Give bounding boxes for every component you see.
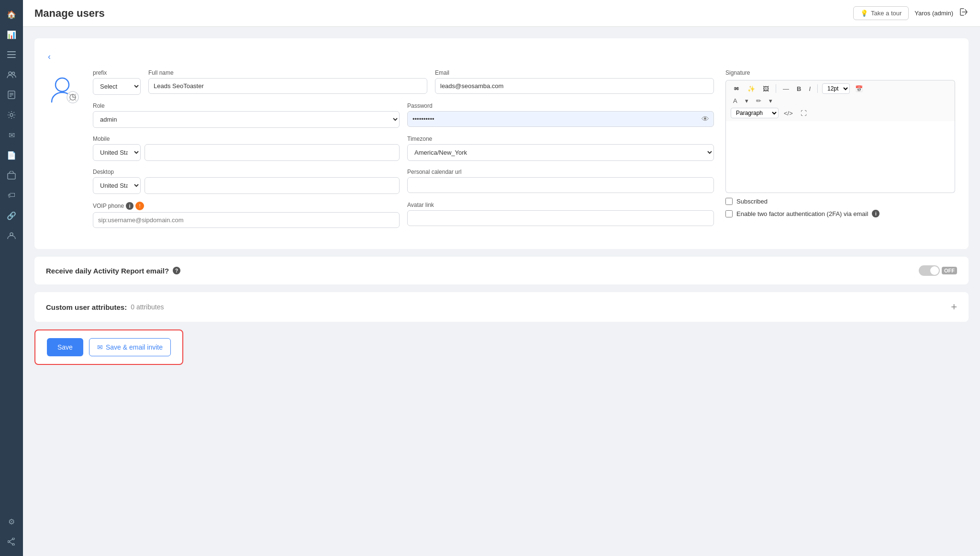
- password-toggle-icon[interactable]: 👁: [702, 115, 709, 124]
- svg-point-14: [12, 544, 14, 545]
- svg-rect-2: [7, 57, 16, 58]
- two-fa-info-icon[interactable]: i: [872, 210, 880, 217]
- svg-rect-10: [8, 173, 15, 179]
- sidebar-item-documents[interactable]: 📄: [3, 147, 20, 164]
- logout-icon[interactable]: [959, 7, 969, 19]
- user-role: (admin): [932, 10, 953, 17]
- voip-warning-icon[interactable]: !: [135, 202, 144, 210]
- avatar-link-input[interactable]: [407, 210, 714, 226]
- email-label: Email: [435, 69, 714, 76]
- mobile-country-select[interactable]: United Stat: [93, 144, 141, 161]
- signature-editor[interactable]: [725, 121, 955, 193]
- toolbar-hr-btn[interactable]: —: [780, 84, 791, 94]
- toolbar-italic-btn[interactable]: I: [806, 84, 813, 94]
- toolbar-row-3: Paragraph Heading 1 Heading 2 </> ⛶: [731, 108, 950, 118]
- custom-attributes-count: 0 attributes: [131, 303, 164, 311]
- role-select[interactable]: admin user manager: [93, 111, 400, 128]
- toolbar-image-btn[interactable]: 🖼: [760, 84, 771, 94]
- avatar-section: [48, 69, 81, 107]
- voip-group: VOIP phone i !: [93, 202, 400, 228]
- sidebar-item-users[interactable]: [3, 66, 20, 83]
- activity-report-title-text: Receive daily Activity Report email?: [46, 267, 169, 275]
- avatar-link-group: Avatar link: [407, 202, 714, 228]
- activity-report-info-icon[interactable]: ?: [173, 267, 180, 274]
- personal-calendar-group: Personal calendar url: [407, 169, 714, 194]
- password-wrapper: 👁: [407, 111, 714, 127]
- signature-label: Signature: [725, 69, 955, 76]
- activity-report-title: Receive daily Activity Report email? ?: [46, 267, 180, 275]
- role-label: Role: [93, 102, 400, 109]
- activity-report-card: Receive daily Activity Report email? ? O…: [34, 257, 969, 284]
- voip-label-text: VOIP phone: [93, 203, 124, 209]
- form-card: ‹: [34, 38, 969, 249]
- mobile-group: Mobile United Stat: [93, 136, 400, 161]
- username: Yaros: [914, 10, 930, 17]
- row-desktop-calendar: Desktop United Stat Perso: [93, 169, 714, 194]
- personal-calendar-input[interactable]: [407, 177, 714, 193]
- sidebar-item-reports[interactable]: [3, 86, 20, 103]
- form-row-1: prefix Select Mr Mrs Ms Dr: [93, 69, 955, 236]
- sidebar-item-leads[interactable]: [3, 167, 20, 184]
- prefix-group: prefix Select Mr Mrs Ms Dr: [93, 69, 141, 95]
- toolbar-calendar-btn[interactable]: 📅: [853, 84, 865, 94]
- page-content: ‹: [23, 27, 980, 556]
- fullname-group: Full name: [148, 69, 427, 95]
- sidebar-item-team[interactable]: [3, 227, 20, 244]
- desktop-wrapper: United Stat: [93, 177, 400, 194]
- sidebar-item-home[interactable]: 🏠: [3, 6, 20, 23]
- subscribed-label: Subscribed: [736, 198, 768, 205]
- toolbar-highlight-arrow[interactable]: ▾: [767, 96, 775, 106]
- sidebar-item-menu[interactable]: [3, 46, 20, 63]
- toolbar-font-color-arrow[interactable]: ▾: [743, 96, 751, 106]
- paragraph-select[interactable]: Paragraph Heading 1 Heading 2: [731, 108, 779, 118]
- left-fields: prefix Select Mr Mrs Ms Dr: [93, 69, 714, 236]
- prefix-select[interactable]: Select Mr Mrs Ms Dr: [93, 78, 141, 95]
- svg-point-9: [10, 113, 13, 116]
- avatar-link-label: Avatar link: [407, 202, 714, 208]
- fullname-input[interactable]: [148, 78, 427, 94]
- password-input[interactable]: [407, 111, 714, 127]
- two-fa-checkbox[interactable]: [725, 210, 733, 217]
- voip-info-icon[interactable]: i: [126, 202, 134, 210]
- sidebar-item-gear[interactable]: ⚙: [3, 513, 20, 530]
- font-size-select[interactable]: 12pt 10pt 14pt 16pt: [822, 83, 850, 94]
- sidebar-item-mail[interactable]: ✉: [3, 126, 20, 144]
- toolbar-font-color-btn[interactable]: A: [731, 96, 740, 106]
- row-mobile-timezone: Mobile United Stat Timezo: [93, 136, 714, 161]
- toolbar-magic-btn[interactable]: ✨: [745, 84, 757, 94]
- activity-toggle[interactable]: [919, 265, 940, 276]
- sidebar-item-share[interactable]: [3, 533, 20, 550]
- svg-rect-0: [7, 51, 16, 52]
- add-attribute-button[interactable]: +: [951, 301, 957, 313]
- voip-input[interactable]: [93, 212, 400, 228]
- custom-attributes-title-text: Custom user attributes:: [46, 303, 127, 311]
- sidebar-item-analytics[interactable]: 📊: [3, 26, 20, 43]
- subscribed-checkbox[interactable]: [725, 198, 733, 205]
- mobile-number-input[interactable]: [145, 144, 400, 161]
- svg-line-15: [10, 539, 12, 541]
- form-fields-main: prefix Select Mr Mrs Ms Dr: [93, 69, 955, 236]
- sidebar-item-tags[interactable]: 🏷: [3, 187, 20, 204]
- sidebar-item-integrations[interactable]: 🔗: [3, 207, 20, 224]
- toolbar-bold-btn[interactable]: B: [794, 84, 803, 94]
- row-voip-avatar: VOIP phone i ! Avatar link: [93, 202, 714, 228]
- subscribed-checkbox-group: Subscribed: [725, 198, 955, 205]
- page-title: Manage users: [34, 7, 105, 20]
- toolbar-fullscreen-btn[interactable]: ⛶: [798, 108, 809, 118]
- main-area: Manage users 💡 Take a tour Yaros (admin)…: [23, 0, 980, 556]
- desktop-number-input[interactable]: [145, 177, 400, 194]
- sidebar-item-settings[interactable]: [3, 106, 20, 124]
- save-button[interactable]: Save: [47, 338, 83, 356]
- timezone-select[interactable]: America/New_York America/Los_Angeles Eur…: [407, 144, 714, 161]
- toolbar-link-btn[interactable]: [731, 84, 742, 93]
- toolbar-highlight-btn[interactable]: ✏: [754, 96, 764, 106]
- take-tour-button[interactable]: 💡 Take a tour: [853, 6, 909, 20]
- timezone-group: Timezone America/New_York America/Los_An…: [407, 136, 714, 161]
- sidebar: 🏠 📊 ✉ 📄 🏷 🔗 ⚙: [0, 0, 23, 556]
- desktop-country-select[interactable]: United Stat: [93, 177, 141, 194]
- email-input[interactable]: [435, 78, 714, 94]
- back-arrow-icon[interactable]: ‹: [48, 52, 51, 62]
- toolbar-code-btn[interactable]: </>: [781, 108, 795, 118]
- save-email-invite-button[interactable]: ✉ Save & email invite: [89, 338, 171, 356]
- toolbar-divider-2: [817, 84, 818, 93]
